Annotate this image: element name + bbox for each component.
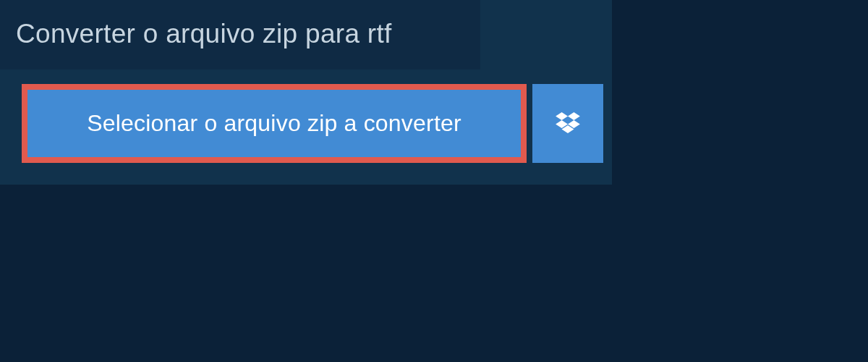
select-file-label: Selecionar o arquivo zip a converter <box>87 110 461 137</box>
dropbox-icon <box>556 112 580 135</box>
button-row: Selecionar o arquivo zip a converter <box>22 84 612 163</box>
converter-panel: Converter o arquivo zip para rtf Selecio… <box>0 0 612 185</box>
dropbox-button[interactable] <box>532 84 603 163</box>
converter-title: Converter o arquivo zip para rtf <box>16 19 459 49</box>
select-file-button[interactable]: Selecionar o arquivo zip a converter <box>22 84 527 163</box>
converter-header: Converter o arquivo zip para rtf <box>0 0 480 70</box>
